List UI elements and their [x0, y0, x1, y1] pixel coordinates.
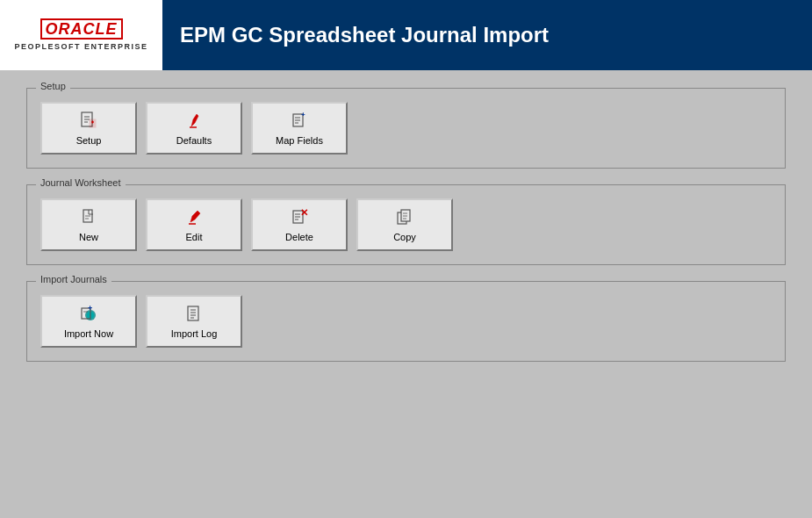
setup-icon [79, 111, 98, 133]
setup-section: Setup Setup [26, 88, 786, 169]
import-now-icon: + [79, 304, 98, 326]
edit-button[interactable]: Edit [146, 198, 242, 251]
svg-text:✕: ✕ [300, 207, 308, 218]
import-log-button-label: Import Log [171, 328, 218, 339]
import-now-button-label: Import Now [64, 328, 113, 339]
import-now-button[interactable]: + Import Now [40, 295, 137, 348]
map-fields-button-label: Map Fields [276, 135, 323, 146]
delete-icon: ✕ [290, 207, 309, 229]
import-log-button[interactable]: Import Log [146, 295, 242, 348]
svg-text:+: + [301, 111, 305, 119]
svg-rect-23 [401, 210, 410, 221]
delete-button[interactable]: ✕ Delete [251, 198, 348, 251]
import-log-icon [184, 304, 204, 326]
defaults-button[interactable]: Defaults [146, 102, 242, 155]
import-journals-section: Import Journals + Import Now [26, 281, 786, 362]
logo-area: ORACLE PEOPLESOFT ENTERPRISE [0, 0, 162, 70]
oracle-logo: ORACLE [40, 20, 123, 39]
journal-worksheet-section: Journal Worksheet New [26, 184, 786, 265]
main-content: Setup Setup [0, 70, 812, 395]
new-button-label: New [79, 232, 98, 242]
svg-rect-32 [188, 306, 198, 320]
svg-text:+: + [88, 304, 92, 313]
defaults-icon [184, 111, 204, 133]
setup-button-label: Setup [76, 135, 102, 146]
new-button[interactable]: New [40, 198, 137, 251]
setup-button[interactable]: Setup [40, 102, 137, 155]
page-title: EPM GC Spreadsheet Journal Import [180, 23, 549, 47]
edit-icon [184, 207, 204, 229]
edit-button-label: Edit [186, 232, 203, 242]
import-journals-button-row: + Import Now Import Log [40, 295, 772, 348]
defaults-button-label: Defaults [176, 135, 212, 146]
copy-button[interactable]: Copy [356, 198, 453, 251]
setup-legend: Setup [36, 81, 70, 91]
map-fields-icon: + [290, 111, 309, 133]
peoplesoft-label: PEOPLESOFT ENTERPRISE [14, 42, 147, 51]
header: ORACLE PEOPLESOFT ENTERPRISE EPM GC Spre… [0, 0, 812, 70]
copy-button-label: Copy [393, 232, 416, 242]
map-fields-button[interactable]: + Map Fields [251, 102, 348, 155]
copy-icon [395, 207, 414, 229]
new-icon [79, 207, 98, 229]
delete-button-label: Delete [285, 232, 313, 242]
journal-worksheet-legend: Journal Worksheet [36, 177, 126, 188]
import-journals-legend: Import Journals [36, 274, 111, 284]
journal-worksheet-button-row: New Edit ✕ [40, 198, 772, 251]
setup-button-row: Setup Defaults [40, 102, 772, 155]
page-title-area: EPM GC Spreadsheet Journal Import [162, 0, 812, 70]
